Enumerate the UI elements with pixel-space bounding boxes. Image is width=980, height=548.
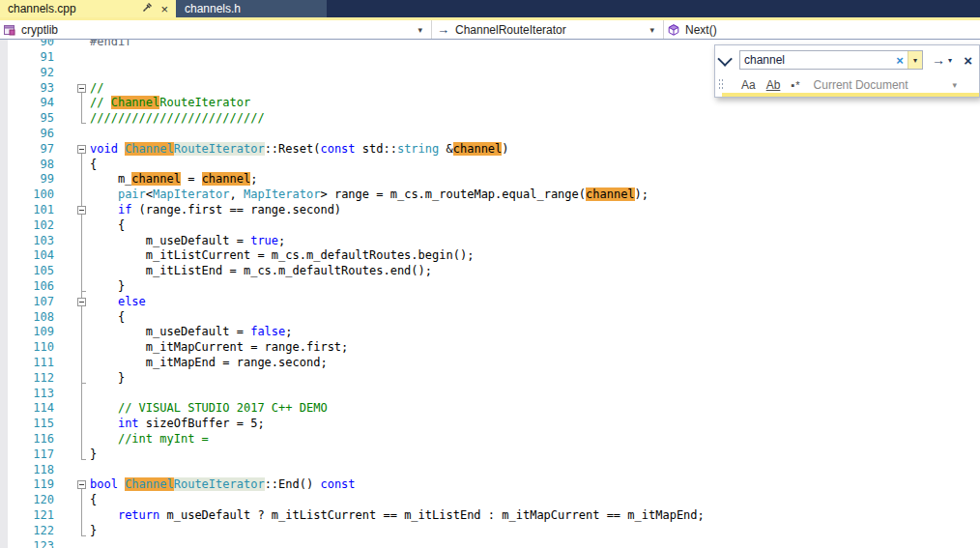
match-case-button[interactable]: Aa — [741, 78, 756, 92]
code-text[interactable]: { — [90, 310, 125, 326]
tab-label: channels.h — [185, 2, 241, 15]
code-text[interactable]: //int myInt = — [90, 432, 209, 447]
code-text[interactable]: // ChannelRouteIterator — [90, 96, 250, 111]
fold-margin-cell — [54, 40, 90, 50]
tab-channels-cpp[interactable]: channels.cpp × — [0, 0, 176, 17]
code-line[interactable]: 115 int sizeOfBuffer = 5; — [0, 417, 980, 432]
code-text[interactable]: m_itListCurrent = m_cs.m_defaultRoutes.b… — [90, 248, 474, 264]
pin-icon[interactable] — [142, 2, 153, 15]
code-line[interactable]: 97void ChannelRouteIterator::Reset(const… — [0, 142, 980, 158]
code-line[interactable]: 113 — [0, 387, 980, 402]
code-text[interactable]: { — [90, 218, 125, 234]
code-line[interactable]: 107 else — [0, 295, 980, 310]
code-line[interactable]: 114 // VISUAL STUDIO 2017 C++ DEMO — [0, 401, 980, 417]
code-line[interactable]: 119bool ChannelRouteIterator::End() cons… — [0, 477, 980, 493]
line-number: 119 — [8, 477, 54, 493]
code-text[interactable]: bool ChannelRouteIterator::End() const — [90, 477, 356, 493]
fold-margin-cell — [54, 371, 90, 387]
code-line[interactable]: 117} — [0, 447, 980, 463]
fold-margin-cell — [54, 218, 90, 234]
find-next-button[interactable]: → — [932, 53, 945, 67]
code-line[interactable]: 94// ChannelRouteIterator — [0, 96, 980, 111]
fold-toggle[interactable] — [77, 206, 86, 215]
find-expander-chevron-icon[interactable] — [717, 51, 733, 67]
code-line[interactable]: 98{ — [0, 158, 980, 173]
code-text[interactable]: m_useDefault = true; — [90, 234, 285, 249]
code-line[interactable]: 108 { — [0, 310, 980, 326]
code-text[interactable]: } — [90, 447, 97, 463]
search-scope-dropdown[interactable]: Current Document — [814, 78, 908, 92]
code-text[interactable]: pair<MapIterator, MapIterator> range = m… — [90, 187, 649, 203]
code-line[interactable]: 96 — [0, 127, 980, 142]
fold-toggle[interactable] — [77, 298, 86, 306]
line-number: 122 — [8, 524, 54, 539]
code-text[interactable]: // — [90, 81, 103, 97]
find-next-options-caret[interactable]: ▾ — [948, 56, 952, 65]
code-line[interactable]: 106 } — [0, 279, 980, 295]
line-number: 100 — [8, 187, 54, 203]
code-line[interactable]: 122} — [0, 524, 980, 539]
find-row-options: Aa Ab ▪* Current Document ▾ — [715, 71, 979, 94]
code-text[interactable]: { — [90, 158, 97, 173]
code-text[interactable]: } — [90, 371, 125, 387]
chevron-down-icon[interactable]: ▾ — [952, 80, 957, 90]
chevron-down-icon[interactable]: ▾ — [649, 25, 654, 35]
code-text[interactable]: m_itListEnd = m_cs.m_defaultRoutes.end()… — [90, 264, 432, 279]
arrow-right-icon: → — [437, 22, 449, 37]
project-dropdown[interactable]: cryptlib ▾ — [0, 20, 432, 39]
code-text[interactable]: { — [90, 493, 97, 508]
fold-toggle[interactable] — [77, 480, 86, 489]
code-text[interactable]: void ChannelRouteIterator::Reset(const s… — [90, 142, 509, 158]
code-line[interactable]: 102 { — [0, 218, 980, 234]
code-text[interactable]: if (range.first == range.second) — [90, 203, 341, 218]
find-input[interactable] — [740, 51, 892, 69]
code-text[interactable]: ///////////////////////// — [90, 111, 265, 127]
fold-toggle[interactable] — [77, 84, 86, 93]
code-line[interactable]: 103 m_useDefault = true; — [0, 234, 980, 249]
code-line[interactable]: 95///////////////////////// — [0, 111, 980, 127]
code-text[interactable]: m_itMapCurrent = range.first; — [90, 340, 348, 356]
line-number: 90 — [8, 40, 54, 50]
fold-toggle[interactable] — [77, 145, 86, 154]
code-line[interactable]: 101 if (range.first == range.second) — [0, 203, 980, 218]
search-history-dropdown[interactable]: ▾ — [908, 51, 922, 69]
code-editor[interactable]: 90#endif919293//94// ChannelRouteIterato… — [0, 40, 980, 548]
code-line[interactable]: 110 m_itMapCurrent = range.first; — [0, 340, 980, 356]
code-line[interactable]: 123 — [0, 539, 980, 548]
find-panel: × ▾ → ▾ × Aa Ab ▪* Current Document ▾ — [714, 44, 980, 98]
code-text[interactable]: m_useDefault = false; — [90, 325, 293, 340]
whole-word-button[interactable]: Ab — [766, 78, 781, 92]
resize-grip[interactable] — [718, 78, 724, 90]
code-line[interactable]: 100 pair<MapIterator, MapIterator> range… — [0, 187, 980, 203]
line-number: 113 — [8, 387, 54, 402]
code-text[interactable]: } — [90, 279, 125, 295]
code-text[interactable]: m_channel = channel; — [90, 172, 257, 187]
code-text[interactable]: else — [90, 295, 146, 310]
code-line[interactable]: 118 — [0, 463, 980, 478]
code-line[interactable]: 109 m_useDefault = false; — [0, 325, 980, 340]
code-line[interactable]: 120{ — [0, 493, 980, 508]
member-dropdown[interactable]: Next() — [664, 20, 980, 39]
code-text[interactable]: } — [90, 524, 97, 539]
type-scope-dropdown[interactable]: → ChannelRouteIterator ▾ — [432, 20, 664, 39]
code-text[interactable]: return m_useDefault ? m_itListCurrent ==… — [90, 508, 705, 524]
code-line[interactable]: 116 //int myInt = — [0, 432, 980, 447]
find-close-button[interactable]: × — [964, 53, 972, 68]
code-line[interactable]: 99 m_channel = channel; — [0, 172, 980, 187]
close-icon[interactable]: × — [160, 3, 168, 15]
code-text[interactable]: #endif — [90, 40, 131, 50]
fold-margin-cell — [54, 356, 90, 371]
fold-margin-cell — [54, 340, 90, 356]
regex-button[interactable]: ▪* — [791, 79, 800, 91]
code-line[interactable]: 121 return m_useDefault ? m_itListCurren… — [0, 508, 980, 524]
code-line[interactable]: 111 m_itMapEnd = range.second; — [0, 356, 980, 371]
code-line[interactable]: 112 } — [0, 371, 980, 387]
code-text[interactable]: m_itMapEnd = range.second; — [90, 356, 328, 371]
chevron-down-icon[interactable]: ▾ — [418, 25, 422, 35]
code-text[interactable]: // VISUAL STUDIO 2017 C++ DEMO — [90, 401, 328, 417]
code-text[interactable]: int sizeOfBuffer = 5; — [90, 417, 265, 432]
code-line[interactable]: 105 m_itListEnd = m_cs.m_defaultRoutes.e… — [0, 264, 980, 279]
tab-channels-h[interactable]: channels.h — [176, 0, 327, 17]
clear-search-icon[interactable]: × — [892, 51, 908, 69]
code-line[interactable]: 104 m_itListCurrent = m_cs.m_defaultRout… — [0, 248, 980, 264]
